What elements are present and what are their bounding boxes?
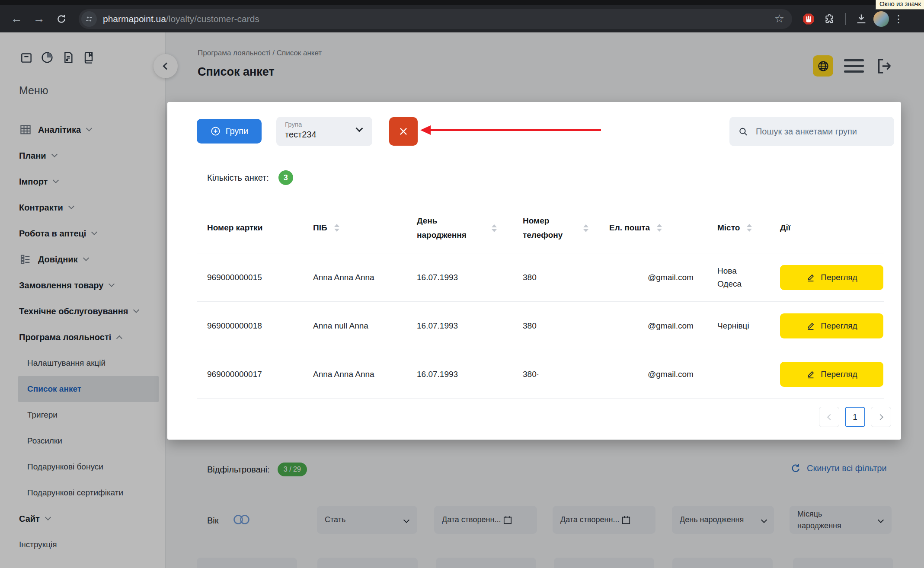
- customer-cards-panel: Групи Група тест234 Кількість анкет: 3 Н…: [167, 102, 901, 440]
- sort-icon[interactable]: [747, 224, 752, 232]
- pagination-next-button[interactable]: [871, 407, 891, 427]
- pagination-prev-button[interactable]: [819, 407, 839, 427]
- col-header-name[interactable]: ПІБ: [303, 221, 406, 235]
- browser-forward-button[interactable]: →: [29, 10, 48, 29]
- search-input[interactable]: [755, 126, 886, 137]
- cell-city: Чернівці: [707, 319, 761, 332]
- view-button[interactable]: Перегляд: [780, 362, 883, 387]
- edit-pencil-icon: [806, 321, 815, 331]
- chevron-left-icon: [827, 414, 833, 420]
- extensions-puzzle-icon[interactable]: [821, 10, 838, 28]
- cell-email: @gmail.com: [599, 319, 707, 332]
- cell-phone: 380·: [512, 368, 599, 380]
- customer-table: Номер картки ПІБ День народження Номер т…: [197, 203, 884, 399]
- table-row: 969000000015 Anna Anna Anna 16.07.1993 3…: [197, 253, 884, 302]
- chevron-right-icon: [877, 414, 883, 420]
- cell-name: Anna Anna Anna: [303, 271, 406, 284]
- table-row: 969000000018 Anna null Anna 16.07.1993 3…: [197, 302, 884, 350]
- col-header-city[interactable]: Місто: [707, 221, 770, 235]
- edit-pencil-icon: [806, 273, 815, 282]
- col-header-email[interactable]: Ел. пошта: [599, 221, 707, 235]
- cell-email: @gmail.com: [599, 368, 707, 380]
- group-select-label: Група: [285, 121, 364, 128]
- sort-icon[interactable]: [334, 224, 339, 232]
- browser-menu-icon[interactable]: ⋮: [892, 13, 905, 25]
- count-label: Кількість анкет:: [207, 173, 269, 183]
- group-select-value: тест234: [285, 130, 364, 140]
- table-row: 969000000017 Anna Anna Anna 16.07.1993 3…: [197, 350, 884, 399]
- cell-birthday: 16.07.1993: [406, 319, 512, 332]
- cell-birthday: 16.07.1993: [406, 271, 512, 284]
- cell-birthday: 16.07.1993: [406, 368, 512, 380]
- bookmark-star-icon[interactable]: ☆: [774, 12, 784, 26]
- url-domain: pharmapoint.ua: [103, 14, 166, 24]
- url-text: pharmapoint.ua/loyalty/customer-cards: [103, 14, 774, 24]
- annotation-arrow: [420, 124, 602, 137]
- address-bar[interactable]: pharmapoint.ua/loyalty/customer-cards ☆: [79, 9, 792, 29]
- delete-group-button[interactable]: [389, 117, 418, 146]
- sort-icon[interactable]: [657, 224, 662, 232]
- count-badge: 3: [278, 170, 293, 185]
- cell-name: Anna null Anna: [303, 319, 406, 332]
- toolbar-divider: [845, 13, 846, 25]
- col-header-birthday[interactable]: День народження: [406, 214, 512, 242]
- downloads-icon[interactable]: [853, 10, 870, 28]
- pagination-page-1[interactable]: 1: [845, 407, 865, 427]
- cell-city: Нова Одеса: [707, 265, 761, 290]
- groups-button-label: Групи: [226, 126, 249, 136]
- cell-card-number: 969000000017: [197, 368, 303, 380]
- col-header-card-number: Номер картки: [197, 221, 303, 235]
- count-row: Кількість анкет: 3: [207, 170, 293, 185]
- url-path: /loyalty/customer-cards: [166, 14, 259, 24]
- sort-icon[interactable]: [583, 224, 588, 232]
- plus-circle-icon: [210, 126, 221, 137]
- cell-name: Anna Anna Anna: [303, 368, 406, 380]
- view-button[interactable]: Перегляд: [780, 265, 883, 290]
- view-button[interactable]: Перегляд: [780, 313, 883, 338]
- cell-email: @gmail.com: [599, 271, 707, 284]
- cell-actions: Перегляд: [770, 362, 884, 387]
- sort-icon[interactable]: [492, 224, 497, 232]
- screen: ← → pharmapoint.ua/loyalty/customer-card…: [0, 0, 924, 568]
- cell-phone: 380: [512, 319, 599, 332]
- col-header-actions: Дії: [770, 221, 884, 235]
- pagination: 1: [819, 407, 891, 427]
- edit-pencil-icon: [806, 370, 815, 379]
- cell-phone: 380: [512, 271, 599, 284]
- profile-avatar[interactable]: [873, 11, 889, 27]
- groups-button[interactable]: Групи: [197, 119, 262, 144]
- close-icon: [398, 126, 409, 137]
- site-info-icon[interactable]: [81, 11, 97, 27]
- cell-card-number: 969000000018: [197, 319, 303, 332]
- browser-chrome: ← → pharmapoint.ua/loyalty/customer-card…: [0, 0, 924, 32]
- search-box: [729, 117, 894, 146]
- cell-card-number: 969000000015: [197, 271, 303, 284]
- reload-icon: [56, 13, 67, 25]
- system-tooltip: Окно из значк: [876, 0, 924, 10]
- table-header-row: Номер картки ПІБ День народження Номер т…: [197, 203, 884, 253]
- cell-actions: Перегляд: [770, 265, 884, 290]
- group-select[interactable]: Група тест234: [276, 117, 372, 146]
- browser-back-button[interactable]: ←: [7, 10, 26, 29]
- browser-reload-button[interactable]: [52, 10, 71, 29]
- cell-actions: Перегляд: [770, 313, 884, 338]
- search-icon: [738, 126, 748, 137]
- tab-strip: [0, 0, 924, 5]
- adblock-extension-icon[interactable]: [800, 10, 817, 28]
- col-header-phone[interactable]: Номер телефону: [512, 214, 599, 242]
